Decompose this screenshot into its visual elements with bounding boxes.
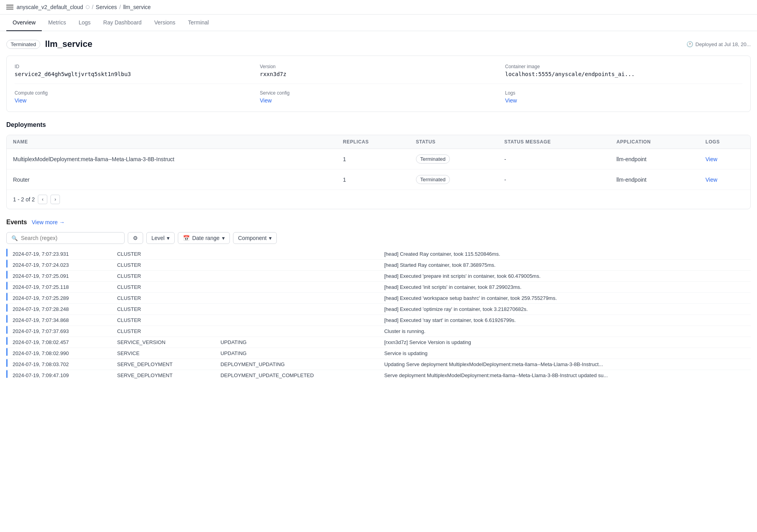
event-indicator bbox=[6, 260, 7, 268]
events-header: Events View more → bbox=[6, 219, 751, 226]
event-action: DEPLOYMENT_UPDATE_COMPLETED bbox=[216, 370, 379, 381]
info-compute: Compute config View bbox=[15, 90, 252, 104]
logs-view-link[interactable]: View bbox=[505, 97, 517, 104]
deployment-replicas: 1 bbox=[337, 149, 410, 169]
status-badge-terminated: Terminated bbox=[416, 154, 450, 164]
event-component: SERVE_DEPLOYMENT bbox=[112, 359, 216, 370]
event-message: [head] Executed 'prepare init scripts' i… bbox=[379, 271, 751, 282]
event-time: 2024-07-19, 7:08:03.702 bbox=[8, 359, 112, 370]
event-component: CLUSTER bbox=[112, 271, 216, 282]
component-label: Component bbox=[238, 235, 267, 241]
main-content: Terminated llm_service 🕐 Deployed at Jul… bbox=[0, 31, 757, 389]
deployment-name: Router bbox=[7, 169, 337, 190]
event-time: 2024-07-19, 7:08:02.990 bbox=[8, 348, 112, 359]
compute-view-link[interactable]: View bbox=[15, 97, 26, 104]
prev-page-button[interactable]: ‹ bbox=[38, 195, 47, 204]
event-action bbox=[216, 260, 379, 271]
info-card: ID service2_d64gh5wgltjvrtq5skt1n9lbu3 V… bbox=[6, 56, 751, 112]
event-indicator bbox=[6, 337, 7, 345]
table-row: MultiplexModelDeployment:meta-llama--Met… bbox=[7, 149, 750, 169]
event-indicator bbox=[6, 293, 7, 301]
search-input[interactable] bbox=[21, 235, 119, 241]
info-service-config: Service config View bbox=[260, 90, 497, 104]
col-replicas: REPLICAS bbox=[337, 135, 410, 149]
event-component: CLUSTER bbox=[112, 293, 216, 304]
container-label: Container image bbox=[505, 64, 742, 69]
event-time: 2024-07-19, 7:07:23.931 bbox=[8, 249, 112, 260]
calendar-icon: 📅 bbox=[183, 235, 190, 241]
events-title: Events bbox=[6, 219, 27, 226]
event-component: CLUSTER bbox=[112, 282, 216, 293]
event-action: UPDATING bbox=[216, 348, 379, 359]
col-application: APPLICATION bbox=[610, 135, 699, 149]
breadcrumb-current: llm_service bbox=[123, 4, 151, 10]
deployments-section: Deployments NAME REPLICAS STATUS STATUS … bbox=[6, 121, 751, 209]
deployment-application: llm-endpoint bbox=[610, 149, 699, 169]
event-time: 2024-07-19, 7:07:25.091 bbox=[8, 271, 112, 282]
hamburger-icon[interactable] bbox=[6, 5, 13, 9]
tab-ray-dashboard[interactable]: Ray Dashboard bbox=[97, 15, 148, 31]
event-row: 2024-07-19, 7:08:02.457 SERVICE_VERSION … bbox=[6, 337, 751, 348]
deployment-logs-link[interactable]: View bbox=[705, 177, 717, 183]
event-component: CLUSTER bbox=[112, 260, 216, 271]
service-config-view-link[interactable]: View bbox=[260, 97, 272, 104]
tab-overview[interactable]: Overview bbox=[6, 15, 42, 31]
event-time: 2024-07-19, 7:07:37.693 bbox=[8, 326, 112, 337]
status-badge: Terminated bbox=[6, 40, 40, 49]
pagination: 1 - 2 of 2 ‹ › bbox=[7, 190, 750, 209]
event-message: [head] Created Ray container, took 115.5… bbox=[379, 249, 751, 260]
nav-tabs: Overview Metrics Logs Ray Dashboard Vers… bbox=[0, 15, 757, 31]
tab-terminal[interactable]: Terminal bbox=[182, 15, 215, 31]
search-box: 🔍 bbox=[6, 232, 125, 244]
table-row: Router 1 Terminated - llm-endpoint View bbox=[7, 169, 750, 190]
view-more-link[interactable]: View more → bbox=[32, 219, 65, 225]
event-action: UPDATING bbox=[216, 337, 379, 348]
event-row: 2024-07-19, 7:07:28.248 CLUSTER [head] E… bbox=[6, 304, 751, 315]
info-grid-top: ID service2_d64gh5wgltjvrtq5skt1n9lbu3 V… bbox=[15, 64, 742, 77]
level-filter-button[interactable]: Level ▾ bbox=[146, 232, 175, 244]
service-name: llm_service bbox=[45, 39, 92, 49]
cloud-icon: ⬡ bbox=[86, 4, 89, 10]
event-row: 2024-07-19, 7:07:25.289 CLUSTER [head] E… bbox=[6, 293, 751, 304]
event-time: 2024-07-19, 7:07:28.248 bbox=[8, 304, 112, 315]
event-action bbox=[216, 326, 379, 337]
component-filter-button[interactable]: Component ▾ bbox=[233, 232, 277, 244]
filter-icon-button[interactable]: ⚙ bbox=[128, 232, 143, 244]
date-range-filter-button[interactable]: 📅 Date range ▾ bbox=[178, 232, 229, 244]
event-action bbox=[216, 315, 379, 326]
info-version: Version rxxn3d7z bbox=[260, 64, 497, 77]
container-value: localhost:5555/anyscale/endpoints_ai... bbox=[505, 71, 742, 77]
event-indicator bbox=[6, 304, 7, 312]
event-message: Cluster is running. bbox=[379, 326, 751, 337]
tab-versions[interactable]: Versions bbox=[148, 15, 182, 31]
events-filters: 🔍 ⚙ Level ▾ 📅 Date range ▾ Component ▾ bbox=[6, 232, 751, 244]
deployment-name: MultiplexModelDeployment:meta-llama--Met… bbox=[7, 149, 337, 169]
service-header: Terminated llm_service 🕐 Deployed at Jul… bbox=[6, 39, 751, 49]
breadcrumb-services[interactable]: Services bbox=[96, 4, 117, 10]
tab-metrics[interactable]: Metrics bbox=[42, 15, 72, 31]
event-indicator bbox=[6, 370, 7, 378]
event-indicator bbox=[6, 249, 7, 257]
events-section: Events View more → 🔍 ⚙ Level ▾ 📅 Date ra… bbox=[6, 219, 751, 381]
deployment-replicas: 1 bbox=[337, 169, 410, 190]
service-config-label: Service config bbox=[260, 90, 497, 96]
next-page-button[interactable]: › bbox=[50, 195, 60, 204]
version-value: rxxn3d7z bbox=[260, 71, 497, 77]
deployed-at: 🕐 Deployed at Jul 18, 20... bbox=[686, 41, 751, 47]
compute-label: Compute config bbox=[15, 90, 252, 96]
event-component: CLUSTER bbox=[112, 304, 216, 315]
event-row: 2024-07-19, 7:07:34.868 CLUSTER [head] E… bbox=[6, 315, 751, 326]
breadcrumb-cloud[interactable]: anyscale_v2_default_cloud bbox=[17, 4, 83, 10]
chevron-down-icon-date: ▾ bbox=[222, 235, 225, 241]
tab-logs[interactable]: Logs bbox=[72, 15, 97, 31]
event-row: 2024-07-19, 7:07:24.023 CLUSTER [head] S… bbox=[6, 260, 751, 271]
event-message: [head] Executed 'ray start' in container… bbox=[379, 315, 751, 326]
deployment-logs-link[interactable]: View bbox=[705, 156, 717, 162]
service-header-left: Terminated llm_service bbox=[6, 39, 92, 49]
col-logs: LOGS bbox=[699, 135, 750, 149]
search-icon: 🔍 bbox=[11, 235, 18, 241]
event-action bbox=[216, 304, 379, 315]
event-indicator bbox=[6, 348, 7, 356]
deployments-title: Deployments bbox=[6, 121, 751, 128]
event-message: Service is updating bbox=[379, 348, 751, 359]
